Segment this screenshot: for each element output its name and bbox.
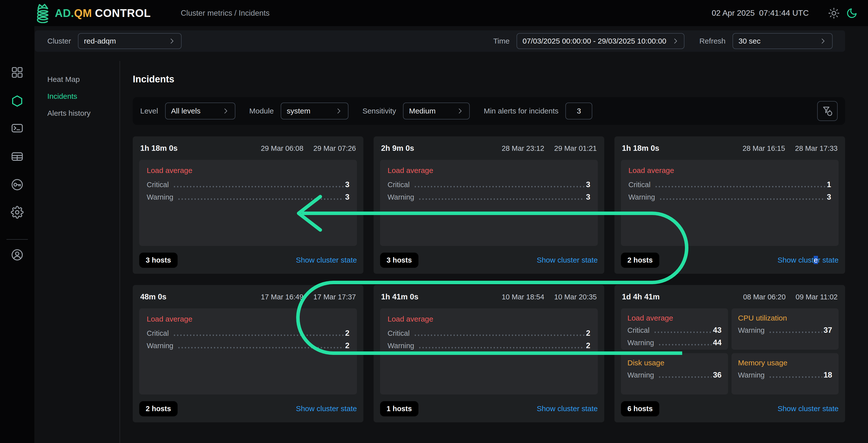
sidebar-item-account[interactable]	[11, 248, 24, 261]
sidebar-item-dashboard[interactable]	[11, 66, 24, 79]
metric-panel: Load averageCritical3Warning3	[380, 160, 598, 246]
sidebar-item-access[interactable]	[11, 178, 24, 191]
app-root: AD.QMCONTROL Cluster metrics / Incidents…	[0, 0, 868, 443]
header-right: 02 Apr 2025 07:41:44 UTC	[712, 7, 858, 19]
chevron-right-icon	[216, 107, 229, 115]
incident-start-time: 08 Mar 06:20	[743, 293, 785, 301]
metric-label: Warning	[147, 342, 173, 350]
dotted-leader	[654, 332, 712, 333]
hexagon-icon	[11, 95, 24, 107]
gear-icon	[11, 206, 24, 219]
dotted-leader	[418, 347, 585, 348]
sensitivity-select[interactable]: Medium	[403, 103, 470, 120]
breadcrumb[interactable]: Cluster metrics / Incidents	[181, 9, 270, 18]
incident-card: 1h 18m 0s29 Mar 06:0829 Mar 07:26Load av…	[133, 136, 363, 274]
menu-item-incidents[interactable]: Incidents	[34, 88, 119, 105]
incidents-grid: 1h 18m 0s29 Mar 06:0829 Mar 07:26Load av…	[133, 136, 845, 422]
dotted-leader	[177, 198, 344, 200]
metric-value: 2	[586, 329, 590, 338]
refresh-select[interactable]: 30 sec	[733, 33, 833, 49]
level-select[interactable]: All levels	[165, 103, 236, 120]
sidebar-item-settings[interactable]	[11, 206, 24, 219]
metric-row: Critical43	[627, 326, 721, 335]
dotted-leader	[414, 335, 585, 336]
menu-item-heat-map[interactable]: Heat Map	[34, 71, 119, 88]
metric-title: Disk usage	[627, 359, 721, 367]
app-header: AD.QMCONTROL Cluster metrics / Incidents…	[0, 0, 868, 26]
sidebar-item-incidents[interactable]	[11, 95, 24, 107]
chevron-right-icon	[163, 37, 176, 45]
sensitivity-value: Medium	[409, 107, 436, 115]
chevron-right-icon	[814, 37, 827, 45]
key-icon	[11, 178, 24, 191]
refresh-label: Refresh	[700, 37, 725, 45]
time-range-select[interactable]: 07/03/2025 00:00:00 - 29/03/2025 10:00:0…	[517, 33, 684, 49]
incident-card-footer: 1 hostsShow cluster state	[380, 401, 598, 416]
app-logo[interactable]: AD.QMCONTROL	[32, 3, 151, 23]
min-alerts-input[interactable]	[565, 103, 592, 120]
sun-icon[interactable]	[828, 7, 840, 19]
metric-value: 44	[713, 338, 721, 347]
show-cluster-state-link[interactable]: Show cluster state	[778, 404, 839, 413]
reset-filters-button[interactable]	[817, 101, 838, 121]
incident-card: 48m 0s17 Mar 16:4917 Mar 17:37Load avera…	[133, 285, 363, 422]
incident-end-time: 29 Mar 01:21	[554, 144, 597, 152]
metric-panel: Disk usageWarning36	[621, 353, 728, 395]
user-icon	[11, 248, 24, 261]
cluster-select[interactable]: red-adqm	[78, 33, 182, 49]
cluster-toolbar: Cluster red-adqm Time 07/03/2025 00:00:0…	[35, 30, 845, 52]
metric-row: Warning3	[628, 193, 831, 202]
dotted-leader	[173, 186, 344, 188]
sidebar-item-tables[interactable]	[11, 150, 24, 163]
refresh-value: 30 sec	[739, 37, 761, 45]
cluster-select-value: red-adqm	[84, 37, 116, 45]
metric-title: Load average	[628, 166, 831, 175]
metric-row: Critical2	[388, 329, 590, 338]
utc-clock: 02 Apr 2025 07:41:44 UTC	[712, 8, 809, 18]
sidebar-item-terminal[interactable]	[11, 122, 24, 135]
show-cluster-state-link[interactable]: Show cluster state	[537, 256, 598, 264]
incident-card-header: 48m 0s17 Mar 16:4917 Mar 17:37	[139, 293, 357, 301]
incident-metrics: Load averageCritical2Warning2	[139, 308, 357, 395]
metric-label: Warning	[627, 339, 654, 347]
metric-value: 36	[713, 371, 721, 379]
menu-divider	[120, 61, 120, 443]
incident-end-time: 17 Mar 17:37	[313, 293, 356, 301]
time-range-value: 07/03/2025 00:00:00 - 29/03/2025 10:00:0…	[523, 37, 666, 45]
hosts-badge: 2 hosts	[139, 401, 178, 416]
incident-metrics: Load averageCritical43Warning44CPU utili…	[621, 308, 839, 395]
show-cluster-state-link[interactable]: Show cluster state	[778, 256, 839, 264]
metric-value: 3	[345, 193, 349, 202]
incident-end-time: 28 Mar 17:33	[795, 144, 838, 152]
show-cluster-state-link[interactable]: Show cluster state	[537, 404, 598, 413]
module-select[interactable]: system	[281, 103, 348, 120]
sidebar-divider	[6, 239, 28, 240]
metric-row: Critical2	[147, 329, 349, 338]
moon-icon[interactable]	[846, 7, 858, 19]
chevron-right-icon	[451, 107, 464, 115]
logo-qm: QM	[74, 7, 92, 19]
show-cluster-state-link[interactable]: Show cluster state	[296, 256, 357, 264]
metric-value: 3	[345, 180, 349, 189]
time-label: Time	[493, 37, 509, 45]
incident-dates: 28 Mar 23:1229 Mar 01:21	[502, 144, 597, 152]
dotted-leader	[655, 186, 826, 188]
incident-start-time: 28 Mar 16:15	[742, 144, 785, 152]
incident-metrics: Load averageCritical3Warning3	[139, 160, 357, 246]
incident-card-header: 2h 9m 0s28 Mar 23:1229 Mar 01:21	[380, 144, 598, 153]
filter-bar: Level All levels Module system Sensitivi…	[133, 97, 845, 125]
menu-item-alerts-history[interactable]: Alerts history	[34, 105, 119, 122]
incident-metrics: Load averageCritical1Warning3	[621, 160, 839, 246]
metric-label: Warning	[738, 326, 765, 335]
dotted-leader	[173, 335, 344, 336]
incident-card-footer: 6 hostsShow cluster state	[621, 401, 839, 416]
metric-label: Warning	[627, 371, 654, 379]
dotted-leader	[418, 198, 585, 200]
show-cluster-state-link[interactable]: Show cluster state	[296, 404, 357, 413]
cluster-label: Cluster	[47, 37, 71, 45]
metric-value: 43	[713, 326, 721, 335]
metric-panel: Load averageCritical3Warning3	[139, 160, 357, 246]
metric-panel: Memory usageWarning18	[732, 353, 839, 395]
incident-dates: 29 Mar 06:0829 Mar 07:26	[261, 144, 356, 152]
sensitivity-label: Sensitivity	[362, 107, 396, 115]
